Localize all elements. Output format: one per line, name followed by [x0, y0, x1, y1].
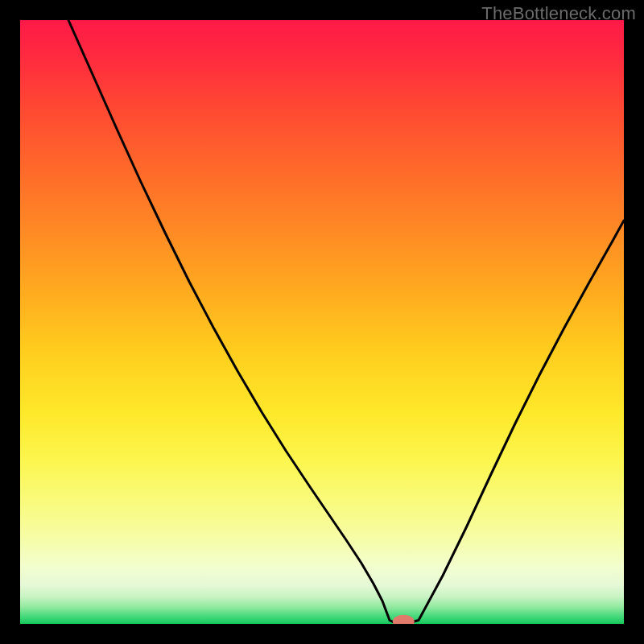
watermark-text: TheBottleneck.com: [481, 3, 636, 24]
plot-area: [20, 20, 624, 624]
gradient-background: [20, 20, 624, 624]
chart-frame: TheBottleneck.com: [0, 0, 644, 644]
bottleneck-chart: [20, 20, 624, 624]
